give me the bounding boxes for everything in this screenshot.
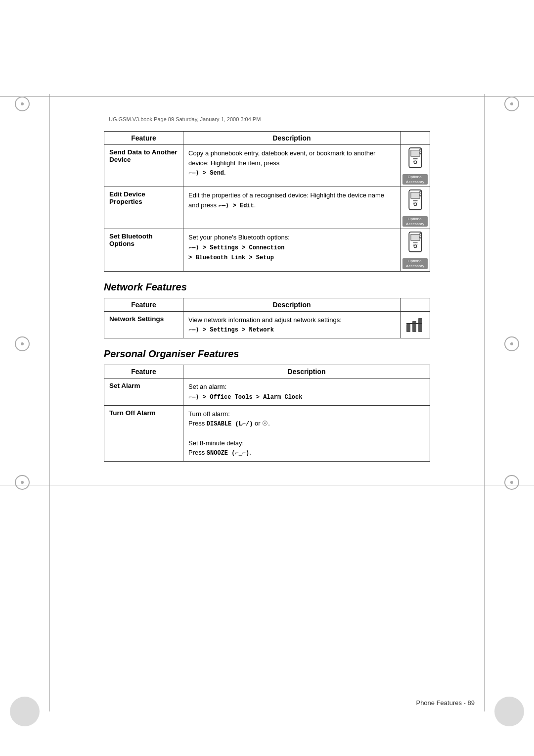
optional-label: OptionalAccessory bbox=[402, 258, 428, 269]
key-sequence: ⌐—⟩ > Send bbox=[188, 170, 224, 177]
page: UG.GSM.V3.book Page 89 Saturday, January… bbox=[0, 0, 534, 756]
organiser-table: Feature Description Set Alarm Set an ala… bbox=[104, 365, 430, 462]
net-icon-header bbox=[400, 298, 430, 311]
svg-rect-13 bbox=[410, 235, 419, 241]
icon-cell: OptionalAccessory bbox=[400, 187, 430, 229]
page-header: UG.GSM.V3.book Page 89 Saturday, January… bbox=[104, 116, 430, 122]
content-area: UG.GSM.V3.book Page 89 Saturday, January… bbox=[99, 116, 435, 472]
left-margin-line bbox=[49, 94, 50, 711]
phone-icon: OptionalAccessory bbox=[402, 147, 428, 185]
corner-circle-bottom-left bbox=[10, 697, 40, 726]
corner-circle-bottom-right bbox=[494, 697, 524, 726]
reg-mark-bot-right bbox=[504, 475, 519, 490]
icon-cell: OptionalAccessory bbox=[400, 145, 430, 187]
key-sequence: SNOOZE (⌐_⌐) bbox=[207, 450, 249, 457]
phone-svg-icon bbox=[405, 189, 425, 214]
svg-point-2 bbox=[414, 161, 416, 163]
svg-point-8 bbox=[414, 203, 416, 205]
bottom-h-rule bbox=[0, 485, 534, 485]
right-margin-line bbox=[484, 94, 485, 711]
reg-mark-mid-left bbox=[15, 336, 30, 351]
feature-cell: Send Data to AnotherDevice bbox=[104, 145, 183, 187]
description-cell: Set your phone's Bluetooth options: ⌐—⟩ … bbox=[183, 229, 400, 271]
table-row: Edit DeviceProperties Edit the propertie… bbox=[104, 187, 430, 229]
svg-rect-21 bbox=[406, 323, 422, 324]
reg-mark-top-right bbox=[504, 96, 519, 111]
svg-rect-1 bbox=[410, 150, 419, 156]
network-table: Feature Description Network Settings Vie… bbox=[104, 298, 430, 339]
bt-col1-header: Feature bbox=[104, 132, 183, 145]
description-cell: Copy a phonebook entry, datebook event, … bbox=[183, 145, 400, 187]
table-row: Set BluetoothOptions Set your phone's Bl… bbox=[104, 229, 430, 271]
table-row: Set Alarm Set an alarm: ⌐—⟩ > Office Too… bbox=[104, 378, 430, 406]
reg-mark-top-left bbox=[15, 96, 30, 111]
reg-mark-bot-left bbox=[15, 475, 30, 490]
feature-cell: Edit DeviceProperties bbox=[104, 187, 183, 229]
description-cell: View network information and adjust netw… bbox=[183, 311, 400, 338]
key-sequence: DISABLE (L⌐/) bbox=[207, 421, 253, 427]
reg-mark-mid-right bbox=[504, 336, 519, 351]
feature-cell: Network Settings bbox=[104, 311, 183, 338]
optional-label: OptionalAccessory bbox=[402, 216, 428, 227]
icon-cell: OptionalAccessory bbox=[400, 229, 430, 271]
phone-icon: OptionalAccessory bbox=[402, 189, 428, 227]
net-col1-header: Feature bbox=[104, 298, 183, 311]
description-cell: Set an alarm: ⌐—⟩ > Office Tools > Alarm… bbox=[183, 378, 430, 406]
phone-svg-icon bbox=[405, 147, 425, 172]
description-cell: Edit the properties of a recognised devi… bbox=[183, 187, 400, 229]
table-row: Send Data to AnotherDevice Copy a phoneb… bbox=[104, 145, 430, 187]
svg-point-14 bbox=[414, 245, 416, 248]
bluetooth-table: Feature Description Send Data to Another… bbox=[104, 131, 430, 272]
key-sequence: ⌐—⟩ > Settings > Connection> Bluetooth L… bbox=[188, 244, 284, 261]
bt-icon-header bbox=[400, 132, 430, 145]
svg-rect-19 bbox=[412, 321, 416, 332]
key-sequence: ⌐—⟩ > Edit bbox=[219, 202, 254, 209]
description-cell: Turn off alarm: Press DISABLE (L⌐/) or ☉… bbox=[183, 405, 430, 462]
organiser-section-heading: Personal Organiser Features bbox=[104, 348, 430, 360]
org-col2-header: Description bbox=[183, 365, 430, 378]
table-row: Network Settings View network informatio… bbox=[104, 311, 430, 338]
org-col1-header: Feature bbox=[104, 365, 183, 378]
key-sequence: ⌐—⟩ > Office Tools > Alarm Clock bbox=[188, 394, 302, 401]
icon-cell bbox=[400, 311, 430, 338]
table-row: Turn Off Alarm Turn off alarm: Press DIS… bbox=[104, 405, 430, 462]
phone-icon: OptionalAccessory bbox=[402, 231, 428, 269]
feature-cell: Turn Off Alarm bbox=[104, 405, 183, 462]
svg-rect-7 bbox=[410, 192, 419, 199]
key-sequence: ⌐—⟩ > Settings > Network bbox=[188, 327, 274, 333]
optional-label: OptionalAccessory bbox=[402, 174, 428, 185]
top-h-rule bbox=[0, 96, 534, 97]
page-footer: Phone Features - 89 bbox=[416, 699, 475, 707]
feature-cell: Set BluetoothOptions bbox=[104, 229, 183, 271]
svg-rect-20 bbox=[418, 318, 422, 332]
network-section-heading: Network Features bbox=[104, 282, 430, 293]
bt-col2-header: Description bbox=[183, 132, 400, 145]
network-svg-icon bbox=[405, 314, 425, 334]
svg-rect-18 bbox=[406, 324, 410, 332]
phone-svg-icon bbox=[405, 231, 425, 256]
feature-cell: Set Alarm bbox=[104, 378, 183, 406]
net-col2-header: Description bbox=[183, 298, 400, 311]
